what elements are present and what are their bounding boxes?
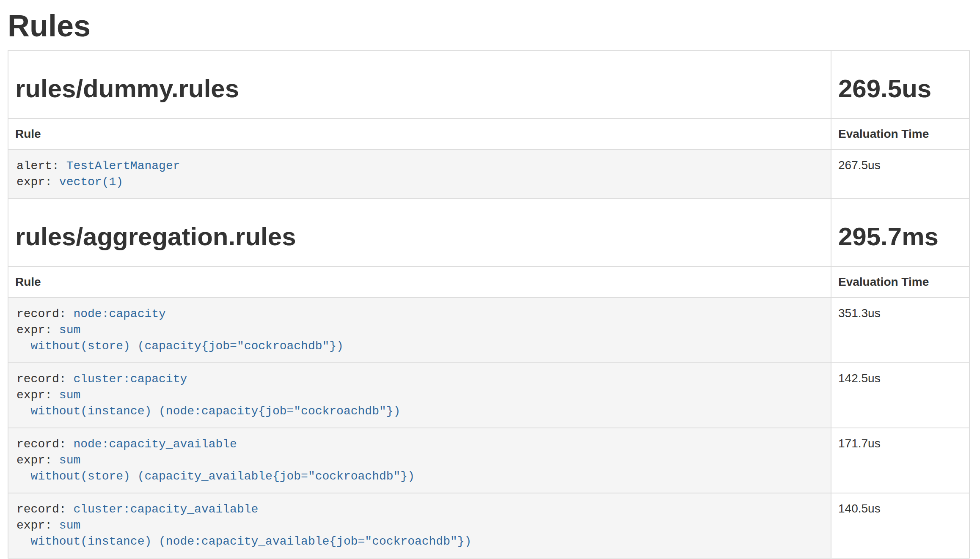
rule-eval-time: 142.5us [831,363,969,428]
rule-name-link[interactable]: cluster:capacity [73,373,187,386]
rule-group-eval-time: 269.5us [838,75,962,103]
expr-keyword: expr: [17,519,52,532]
rule-keyword: alert: [17,159,59,173]
rule-expr-link[interactable]: vector(1) [59,175,123,189]
rule-keyword: record: [17,373,66,386]
rule-eval-time: 267.5us [831,150,969,199]
rule-row: record: node:capacity_available expr: su… [8,428,969,493]
rule-group-name: rules/dummy.rules [15,75,824,103]
rule-keyword: record: [17,503,66,516]
rule-cell: record: node:capacity_available expr: su… [8,428,831,493]
rule-definition: alert: TestAlertManager expr: vector(1) [8,150,831,198]
rule-definition: record: cluster:capacity_available expr:… [8,493,831,558]
rule-cell: record: cluster:capacity_available expr:… [8,493,831,558]
rule-name-link[interactable]: TestAlertManager [66,159,180,173]
expr-keyword: expr: [17,323,52,337]
rule-eval-time: 351.3us [831,298,969,363]
column-header-row: RuleEvaluation Time [8,266,969,298]
rule-group-row: rules/aggregation.rules295.7ms [8,199,969,266]
rule-definition: record: node:capacity expr: sum without(… [8,298,831,362]
expr-keyword: expr: [17,454,52,467]
rule-definition: record: cluster:capacity expr: sum witho… [8,363,831,427]
rule-eval-time: 140.5us [831,493,969,558]
rule-group-eval-cell: 295.7ms [831,199,969,266]
rule-expr-link[interactable]: sum without(store) (capacity_available{j… [17,454,415,483]
rule-definition: record: node:capacity_available expr: su… [8,428,831,493]
expr-keyword: expr: [17,175,52,189]
column-header-rule: Rule [8,266,831,298]
expr-keyword: expr: [17,389,52,402]
rule-eval-time: 171.7us [831,428,969,493]
rules-container: Rules rules/dummy.rules269.5usRuleEvalua… [0,9,980,559]
rule-name-link[interactable]: node:capacity [73,307,165,321]
rule-cell: record: node:capacity expr: sum without(… [8,298,831,363]
column-header-row: RuleEvaluation Time [8,118,969,150]
rule-expr-link[interactable]: sum without(store) (capacity{job="cockro… [17,323,344,353]
rule-keyword: record: [17,438,66,451]
rule-group-cell: rules/aggregation.rules [8,199,831,266]
rule-row: alert: TestAlertManager expr: vector(1)2… [8,150,969,199]
rule-row: record: cluster:capacity expr: sum witho… [8,363,969,428]
rule-group-row: rules/dummy.rules269.5us [8,51,969,118]
rule-expr-link[interactable]: sum without(instance) (node:capacity_ava… [17,519,471,548]
rule-name-link[interactable]: cluster:capacity_available [73,503,258,516]
rule-cell: record: cluster:capacity expr: sum witho… [8,363,831,428]
rule-row: record: cluster:capacity_available expr:… [8,493,969,558]
page-title: Rules [8,9,970,43]
rule-keyword: record: [17,307,66,321]
rule-expr-link[interactable]: sum without(instance) (node:capacity{job… [17,389,400,418]
rule-group-eval-time: 295.7ms [838,223,962,251]
column-header-eval-time: Evaluation Time [831,266,969,298]
rule-name-link[interactable]: node:capacity_available [73,438,237,451]
rule-group-name: rules/aggregation.rules [15,223,824,251]
rule-group-eval-cell: 269.5us [831,51,969,118]
column-header-rule: Rule [8,118,831,150]
prometheus-rules-page: { "page": { "title": "Rules" }, "labels"… [0,0,980,559]
rule-group-cell: rules/dummy.rules [8,51,831,118]
column-header-eval-time: Evaluation Time [831,118,969,150]
rules-table: rules/dummy.rules269.5usRuleEvaluation T… [8,50,970,559]
rule-row: record: node:capacity expr: sum without(… [8,298,969,363]
rule-cell: alert: TestAlertManager expr: vector(1) [8,150,831,199]
